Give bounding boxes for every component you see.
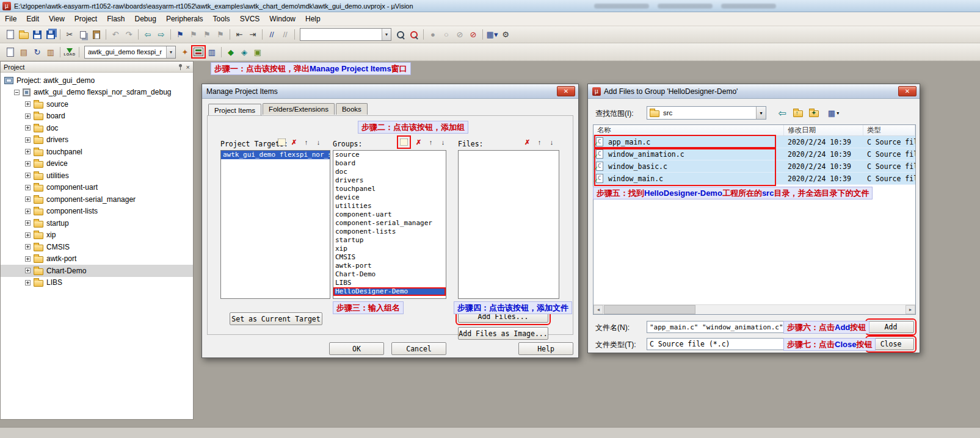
file-row[interactable]: window_basic.c 2020/2/24 10:39 C Source …	[593, 160, 915, 173]
tree-group-row[interactable]: component-uart	[1, 182, 193, 194]
add-button[interactable]: Add	[868, 321, 914, 333]
move-group-down-icon[interactable]	[438, 137, 448, 147]
group-item[interactable]: awtk-port	[333, 262, 446, 270]
pack-installer-icon[interactable]: ▣	[251, 45, 264, 59]
menu-item[interactable]: File	[0, 13, 21, 25]
toolbar-item[interactable]	[219, 45, 224, 59]
scroll-left-icon[interactable]	[593, 305, 603, 314]
toolbar-item[interactable]	[57, 28, 63, 41]
group-item[interactable]: Chart-Demo	[333, 270, 446, 279]
menu-item[interactable]: Window	[264, 13, 300, 25]
group-item[interactable]: component-serial_manager	[333, 219, 446, 228]
dialog-tab[interactable]: Folders/Extensions	[263, 103, 335, 115]
file-extensions-books-icon[interactable]: ▥	[205, 45, 219, 59]
expand-icon[interactable]	[25, 101, 31, 107]
new-file-icon[interactable]	[4, 28, 17, 41]
find-icon[interactable]	[407, 28, 421, 41]
file-row[interactable]: window_main.c 2020/2/24 10:39 C Source f…	[593, 173, 915, 185]
menu-item[interactable]: Tools	[208, 13, 235, 25]
expand-icon[interactable]	[25, 244, 31, 250]
column-name[interactable]: 名称	[593, 125, 784, 135]
menu-item[interactable]: Edit	[21, 13, 44, 25]
indent-icon[interactable]: ⇥	[246, 28, 260, 41]
options-for-target-icon[interactable]: ✦	[178, 45, 192, 59]
find-in-files-icon[interactable]	[394, 28, 407, 41]
column-type[interactable]: 类型	[863, 125, 915, 135]
toolbar-item[interactable]	[260, 28, 265, 41]
file-browser-list[interactable]: 名称 修改日期 类型 app_main.c 2020/2/24 10:39 C …	[593, 124, 916, 315]
tree-group-row[interactable]: startup	[1, 217, 193, 229]
tree-group-row[interactable]: board	[1, 110, 193, 123]
toolbar-item[interactable]	[421, 28, 426, 41]
download-to-flash-icon[interactable]: LOAD	[63, 45, 76, 59]
tree-group-row[interactable]: LIBS	[1, 277, 193, 289]
dialog-tab[interactable]: Books	[336, 103, 368, 115]
group-item[interactable]: touchpanel	[333, 185, 446, 193]
expand-icon[interactable]	[25, 220, 31, 226]
group-item[interactable]: drivers	[333, 176, 446, 185]
expand-icon[interactable]	[25, 173, 31, 178]
tree-root-row[interactable]: Project: awtk_gui_demo	[1, 74, 193, 87]
expand-icon[interactable]	[25, 185, 31, 190]
build-icon[interactable]: ▤	[17, 45, 31, 59]
debug-windows-dropdown-icon[interactable]: ▦▾	[485, 28, 499, 41]
tree-group-row[interactable]: xip	[1, 229, 193, 242]
new-folder-icon[interactable]: ✦	[807, 106, 821, 120]
tree-group-row[interactable]: awtk-port	[1, 253, 193, 265]
menu-item[interactable]: Debug	[130, 13, 161, 25]
tree-group-row[interactable]: component-serial_manager	[1, 193, 193, 206]
pin-icon[interactable]	[176, 63, 184, 71]
back-icon[interactable]	[775, 106, 789, 120]
menu-item[interactable]: Help	[300, 13, 325, 25]
manage-project-items-icon[interactable]	[192, 45, 205, 59]
project-targets-list[interactable]: awtk_gui_demo flexspi_nor_sdram_de	[220, 150, 330, 299]
dialog-titlebar[interactable]: Manage Project Items	[202, 84, 578, 99]
batch-build-icon[interactable]: ▥	[44, 45, 57, 59]
enable-disable-breakpoint-icon[interactable]: ○	[440, 28, 453, 41]
expand-icon[interactable]	[25, 232, 31, 238]
delete-target-icon[interactable]	[289, 137, 299, 147]
tree-group-row[interactable]: touchpanel	[1, 146, 193, 158]
add-files-as-image-button[interactable]: Add Files as Image...	[458, 327, 548, 340]
cut-icon[interactable]: ✂	[63, 28, 76, 41]
menu-item[interactable]: Peripherals	[161, 13, 208, 25]
close-button[interactable]	[557, 86, 575, 96]
dialog-tab[interactable]: Project Items	[208, 104, 261, 115]
delete-file-icon[interactable]	[522, 137, 532, 147]
toolbar-item[interactable]	[480, 28, 485, 41]
scrollbar-thumb[interactable]	[604, 305, 695, 314]
group-item[interactable]: utilities	[333, 202, 446, 210]
save-icon[interactable]	[31, 28, 44, 41]
dropdown-arrow-icon[interactable]	[382, 29, 391, 40]
ok-button[interactable]: OK	[329, 342, 384, 355]
expand-icon[interactable]	[25, 268, 31, 273]
tree-group-row[interactable]: Chart-Demo	[1, 265, 193, 277]
group-item[interactable]: device	[333, 193, 446, 202]
tree-group-row[interactable]: source	[1, 98, 193, 110]
tree-group-row[interactable]: utilities	[1, 170, 193, 182]
target-select-combo[interactable]: awtk_gui_demo flexspi_r	[84, 46, 176, 59]
disable-all-breakpoints-icon[interactable]: ⊘	[453, 28, 466, 41]
expand-icon[interactable]	[25, 256, 31, 262]
delete-group-icon[interactable]	[413, 137, 424, 147]
copy-icon[interactable]	[76, 28, 90, 41]
clear-bookmarks-icon[interactable]: ⚑	[214, 28, 227, 41]
horizontal-scrollbar[interactable]	[593, 304, 915, 314]
configure-tools-icon[interactable]: ⚙	[499, 28, 512, 41]
toolbar-item[interactable]	[103, 28, 109, 41]
target-item[interactable]: awtk_gui_demo flexspi_nor_sdram_de	[221, 151, 330, 159]
toolbar-item[interactable]	[136, 28, 141, 41]
tree-group-row[interactable]: device	[1, 158, 193, 170]
move-target-down-icon[interactable]	[313, 137, 324, 147]
file-row[interactable]: window_animation.c 2020/2/24 10:39 C Sou…	[593, 148, 915, 160]
scroll-right-icon[interactable]	[906, 305, 915, 314]
expand-icon[interactable]	[25, 196, 31, 202]
search-combo[interactable]	[300, 28, 391, 41]
dialog-titlebar[interactable]: µ Add Files to Group 'HelloDesigner-Demo…	[588, 84, 920, 99]
group-item[interactable]: source	[333, 151, 446, 159]
dropdown-arrow-icon[interactable]	[166, 46, 175, 58]
expand-icon[interactable]	[25, 161, 31, 167]
view-menu-icon[interactable]	[824, 106, 843, 120]
new-group-icon[interactable]	[399, 137, 409, 147]
insert-breakpoint-icon[interactable]: ●	[426, 28, 440, 41]
